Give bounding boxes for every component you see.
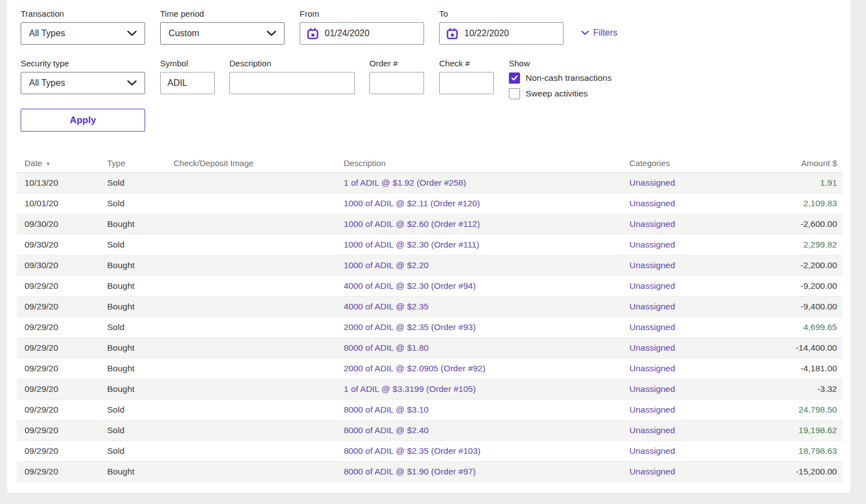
category-link[interactable]: Unassigned [629,425,675,435]
description-link[interactable]: 1 of ADIL @ $3.3199 (Order #105) [344,384,476,394]
column-header-categories[interactable]: Categories [629,158,747,168]
transactions-table-body: 10/13/20 Sold 1 of ADIL @ $1.92 (Order #… [17,173,843,482]
category-link[interactable]: Unassigned [629,302,675,311]
table-row[interactable]: 09/29/20 Sold 8000 of ADIL @ $3.10 Unass… [17,400,843,420]
cell-date: 10/01/20 [25,198,107,209]
category-link[interactable]: Unassigned [629,405,675,414]
cell-type: Sold [107,405,174,415]
category-link[interactable]: Unassigned [629,281,675,290]
cell-type: Sold [107,178,174,188]
table-row[interactable]: 09/29/20 Bought 2000 of ADIL @ $2.0905 (… [17,358,843,379]
column-header-date[interactable]: Date▼ [25,158,107,168]
category-link[interactable]: Unassigned [629,446,675,455]
category-link[interactable]: Unassigned [629,219,675,229]
table-row[interactable]: 09/29/20 Bought 8000 of ADIL @ $1.80 Una… [17,338,843,358]
security-type-select[interactable]: All Types [21,72,145,94]
order-number-input[interactable] [369,72,424,94]
symbol-input[interactable] [160,72,215,94]
description-link[interactable]: 1000 of ADIL @ $2.60 (Order #112) [344,219,480,229]
table-row[interactable]: 09/30/20 Sold 1000 of ADIL @ $2.30 (Orde… [17,235,843,255]
description-link[interactable]: 8000 of ADIL @ $1.90 (Order #97) [344,467,476,476]
apply-button[interactable]: Apply [21,109,145,132]
cell-date: 09/29/20 [25,467,107,477]
cell-amount: 2,299.82 [747,240,837,250]
category-link[interactable]: Unassigned [629,322,675,332]
cell-amount: 4,699.65 [747,322,837,332]
cell-date: 09/29/20 [25,384,107,394]
description-input[interactable] [229,72,355,94]
symbol-label: Symbol [160,59,188,68]
from-date-value: 01/24/2020 [325,28,369,38]
category-link[interactable]: Unassigned [629,240,675,249]
description-link[interactable]: 4000 of ADIL @ $2.35 [344,302,429,311]
description-link[interactable]: 8000 of ADIL @ $2.40 [344,425,429,435]
column-header-check-deposit-image[interactable]: Check/Deposit Image [174,158,344,168]
table-row[interactable]: 09/30/20 Bought 1000 of ADIL @ $2.60 (Or… [17,214,843,235]
cell-type: Sold [107,425,174,435]
cell-type: Bought [107,302,174,312]
chevron-down-icon [267,31,276,36]
table-row[interactable]: 09/29/20 Sold 2000 of ADIL @ $2.35 (Orde… [17,317,843,338]
check-number-input[interactable] [439,72,494,94]
cell-date: 09/29/20 [25,302,107,312]
non-cash-transactions-label: Non-cash transactions [526,73,612,83]
table-row[interactable]: 09/29/20 Sold 8000 of ADIL @ $2.35 (Orde… [17,441,843,462]
description-link[interactable]: 4000 of ADIL @ $2.30 (Order #94) [344,281,476,290]
cell-date: 09/29/20 [25,281,107,291]
cell-amount: 18,798.63 [747,446,837,456]
time-period-select[interactable]: Custom [160,22,285,45]
table-row[interactable]: 09/29/20 Sold 8000 of ADIL @ $2.40 Unass… [17,420,843,441]
cell-type: Bought [107,260,174,270]
cell-amount: 1.91 [747,178,837,188]
description-link[interactable]: 1000 of ADIL @ $2.20 [344,260,429,270]
cell-date: 09/29/20 [25,364,107,374]
non-cash-transactions-checkbox[interactable] [509,72,520,84]
cell-date: 10/13/20 [25,178,107,188]
cell-type: Bought [107,281,174,291]
category-link[interactable]: Unassigned [629,343,675,352]
category-link[interactable]: Unassigned [629,178,675,187]
category-link[interactable]: Unassigned [629,260,675,270]
table-row[interactable]: 10/13/20 Sold 1 of ADIL @ $1.92 (Order #… [17,173,843,193]
transactions-table: Date▼ Type Check/Deposit Image Descripti… [17,154,843,482]
from-date-input[interactable]: 01/24/2020 [300,22,424,45]
category-link[interactable]: Unassigned [629,198,675,208]
sweep-activities-label: Sweep activities [526,89,588,99]
category-link[interactable]: Unassigned [629,384,675,394]
cell-amount: 19,198.62 [747,425,837,435]
description-link[interactable]: 2000 of ADIL @ $2.35 (Order #93) [344,322,476,332]
cell-type: Sold [107,198,174,209]
column-header-type[interactable]: Type [107,158,174,168]
description-link[interactable]: 8000 of ADIL @ $1.80 [344,343,429,352]
description-link[interactable]: 1000 of ADIL @ $2.30 (Order #111) [344,240,479,249]
to-date-input[interactable]: 10/22/2020 [439,22,564,45]
table-row[interactable]: 09/29/20 Bought 8000 of ADIL @ $1.90 (Or… [17,462,843,482]
category-link[interactable]: Unassigned [629,467,675,476]
description-link[interactable]: 2000 of ADIL @ $2.0905 (Order #92) [344,364,485,373]
cell-date: 09/30/20 [25,240,107,250]
table-row[interactable]: 09/29/20 Bought 1 of ADIL @ $3.3199 (Ord… [17,379,843,400]
calendar-icon[interactable] [307,28,319,40]
check-number-label: Check # [439,59,470,68]
transaction-select[interactable]: All Types [21,22,145,45]
description-link[interactable]: 1 of ADIL @ $1.92 (Order #258) [344,178,466,187]
table-row[interactable]: 10/01/20 Sold 1000 of ADIL @ $2.11 (Orde… [17,193,843,214]
description-link[interactable]: 8000 of ADIL @ $3.10 [344,405,429,414]
transactions-table-header: Date▼ Type Check/Deposit Image Descripti… [17,154,843,173]
description-link[interactable]: 1000 of ADIL @ $2.11 (Order #120) [344,198,480,208]
non-cash-transactions-option: Non-cash transactions [509,72,612,84]
filters-toggle-link[interactable]: Filters [581,28,618,38]
table-row[interactable]: 09/30/20 Bought 1000 of ADIL @ $2.20 Una… [17,255,843,276]
description-link[interactable]: 8000 of ADIL @ $2.35 (Order #103) [344,446,480,455]
filters-link-label: Filters [593,28,618,38]
cell-type: Bought [107,384,174,394]
category-link[interactable]: Unassigned [629,364,675,373]
calendar-icon[interactable] [446,28,458,40]
table-row[interactable]: 09/29/20 Bought 4000 of ADIL @ $2.35 Una… [17,297,843,317]
to-date-label: To [439,9,448,18]
column-header-description[interactable]: Description [344,158,629,168]
cell-amount: -9,400.00 [747,302,837,312]
column-header-amount[interactable]: Amount $ [747,158,837,168]
sweep-activities-checkbox[interactable] [509,88,520,99]
table-row[interactable]: 09/29/20 Bought 4000 of ADIL @ $2.30 (Or… [17,276,843,297]
